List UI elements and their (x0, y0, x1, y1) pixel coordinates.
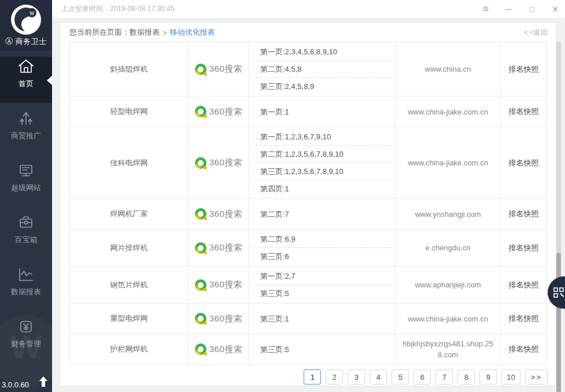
url-cell: www.china.cn (396, 42, 501, 97)
url-cell: hbjkhjsbyxzrgs481.shop.258.com (396, 334, 501, 365)
keyword-cell: 焊网机厂家 (70, 199, 189, 230)
engine-cell: 360搜索 (189, 42, 249, 97)
360-search-logo-icon (195, 106, 206, 117)
pagination: 12345678910>> (61, 365, 556, 389)
engine-cell: 360搜索 (189, 334, 249, 365)
page-rank-line: 第一页:2,7 (253, 268, 392, 285)
keyword-cell: 轻型电焊网 (70, 97, 189, 127)
engine-cell: 360搜索 (189, 304, 249, 334)
keyword-cell: 重型电焊网 (70, 304, 189, 334)
page-button-2[interactable]: 2 (326, 369, 343, 384)
next-page-button[interactable]: >> (525, 369, 548, 384)
page-rank-line: 第一页:1,2,3,6,7,9,10 (253, 128, 392, 146)
home-icon (16, 57, 36, 76)
breadcrumb-current-link[interactable]: 移动优化报表 (170, 27, 215, 38)
url-cell: www.aphanjieji.com (396, 267, 501, 304)
maximize-icon[interactable]: □ (527, 3, 537, 15)
svg-text:w: w (29, 10, 34, 16)
rank-snapshot-link[interactable]: 排名快照 (501, 42, 547, 97)
breadcrumb-prefix: 您当前所在页面： (69, 27, 130, 38)
engine-cell: 360搜索 (189, 199, 249, 230)
page-button-10[interactable]: 10 (501, 369, 520, 384)
ranking-table: 斜插阻焊机360搜索第一页:2,3,4,5,6,8,9,10第二页:4,5,8第… (69, 42, 547, 365)
pages-cell: 第一页:2,7第三页:5 (249, 267, 396, 304)
sidebar-item-data-reports[interactable]: 数据报表 (0, 265, 52, 311)
table-row: 网片排焊机360搜索第二页:6,9第三页:6e.chengdu.cn排名快照 (70, 230, 547, 267)
sidebar-item-label: 超级网站 (0, 183, 52, 193)
brand-badge-icon: Ⓐ (5, 37, 13, 46)
pages-cell: 第一页:1,2,3,6,7,9,10第二页:1,2,3,5,6,7,8,9,10… (249, 127, 396, 199)
sidebar-item-home[interactable]: 首页 (0, 57, 52, 103)
page-rank-line: 第二页:1,2,3,5,6,7,8,9,10 (253, 146, 392, 163)
page-rank-line: 第三页:5 (253, 285, 392, 302)
titlebar: 上次登录时间：2019-08-08 17:30:45 ≡ ─ □ ✕ (52, 0, 565, 19)
engine-cell: 360搜索 (189, 97, 249, 127)
sidebar-item-label: 首页 (0, 79, 52, 89)
sidebar-item-trade-promotion[interactable]: 商贸推广 (0, 109, 52, 155)
pages-cell: 第一页:1 (249, 97, 396, 127)
brand-name: Ⓐ 商务卫士 (0, 36, 52, 47)
page-button-4[interactable]: 4 (370, 369, 387, 384)
page-rank-line: 第三页:1 (253, 310, 392, 327)
page-rank-line: 第二页:7 (253, 206, 392, 223)
page-rank-line: 第一页:2,3,4,5,6,8,9,10 (253, 43, 392, 61)
rank-snapshot-link[interactable]: 排名快照 (501, 230, 547, 267)
keyword-cell: 护栏网焊机 (70, 334, 189, 365)
url-cell: e.chengdu.cn (396, 230, 501, 267)
breadcrumb-section: 数据报表 (130, 27, 160, 38)
page-button-7[interactable]: 7 (435, 369, 453, 384)
table-row: 斜插阻焊机360搜索第一页:2,3,4,5,6,8,9,10第二页:4,5,8第… (70, 42, 547, 97)
engine-label: 360搜索 (209, 344, 243, 355)
scrollbar-thumb[interactable] (556, 253, 561, 392)
pages-cell: 第一页:2,3,4,5,6,8,9,10第二页:4,5,8第三页:2,4,5,8… (249, 42, 396, 97)
rank-snapshot-link[interactable]: 排名快照 (501, 127, 547, 199)
brand: w Ⓐ 商务卫士 (0, 0, 52, 51)
360-search-logo-icon (195, 64, 206, 75)
pages-cell: 第二页:6,9第三页:6 (249, 230, 396, 267)
version-row: 3.0.0.60 (0, 376, 52, 391)
rank-snapshot-link[interactable]: 排名快照 (501, 304, 547, 334)
page-rank-line: 第二页:4,5,8 (253, 61, 392, 78)
page-button-6[interactable]: 6 (413, 369, 431, 384)
keyword-cell: 斜插阻焊机 (70, 42, 189, 97)
sidebar-item-label: 百宝箱 (0, 235, 52, 245)
data-reports-icon (16, 265, 36, 284)
rank-snapshot-link[interactable]: 排名快照 (501, 97, 547, 127)
table-row: 重型电焊网360搜索第三页:1www.china-jiake.com.cn排名快… (70, 304, 547, 334)
brand-logo-icon: w (10, 4, 42, 35)
table-row: 焊网机厂家360搜索第二页:7www.ynshangji.com排名快照 (70, 199, 547, 230)
url-cell: www.ynshangji.com (396, 199, 501, 230)
engine-label: 360搜索 (209, 64, 243, 75)
engine-label: 360搜索 (209, 157, 243, 168)
last-login-text: 上次登录时间：2019-08-08 17:30:45 (61, 4, 174, 14)
page-button-5[interactable]: 5 (392, 369, 409, 384)
table-row: 轻型电焊网360搜索第一页:1www.china-jiake.com.cn排名快… (70, 97, 547, 127)
sidebar-item-label: 数据报表 (0, 287, 52, 297)
keyword-cell: 钢笆片焊机 (70, 267, 189, 304)
rank-snapshot-link[interactable]: 排名快照 (501, 199, 547, 230)
sidebar-item-label: 商贸推广 (0, 131, 52, 141)
page-button-1[interactable]: 1 (304, 369, 321, 384)
page-button-3[interactable]: 3 (348, 369, 365, 384)
sidebar-item-treasure-box[interactable]: 百宝箱 (0, 213, 52, 259)
page-button-8[interactable]: 8 (457, 369, 475, 384)
menu-icon[interactable]: ≡ (481, 3, 491, 15)
page-button-9[interactable]: 9 (479, 369, 497, 384)
rank-snapshot-link[interactable]: 排名快照 (501, 267, 547, 304)
breadcrumb-separator: > (163, 28, 167, 37)
keyword-cell: 网片排焊机 (70, 230, 189, 267)
close-icon[interactable]: ✕ (550, 3, 560, 15)
360-search-logo-icon (195, 343, 206, 355)
scrollbar-track[interactable] (556, 42, 561, 392)
sidebar: w Ⓐ 商务卫士 首页商贸推广超级网站百宝箱数据报表财务管理 W 3.0.0.6… (0, 0, 52, 392)
pages-cell: 第二页:7 (249, 199, 396, 230)
url-cell: www.china-jiake.com.cn (396, 304, 501, 334)
360-search-logo-icon (195, 208, 206, 220)
sidebar-item-super-website[interactable]: 超级网站 (0, 161, 52, 207)
url-cell: www.china-jiake.com.cn (396, 97, 501, 127)
update-arrow-icon[interactable] (39, 376, 48, 390)
back-link[interactable]: < <返回 (524, 28, 548, 38)
window-controls: ≡ ─ □ ✕ (481, 3, 565, 15)
rank-snapshot-link[interactable]: 排名快照 (501, 334, 547, 365)
minimize-icon[interactable]: ─ (504, 3, 514, 15)
